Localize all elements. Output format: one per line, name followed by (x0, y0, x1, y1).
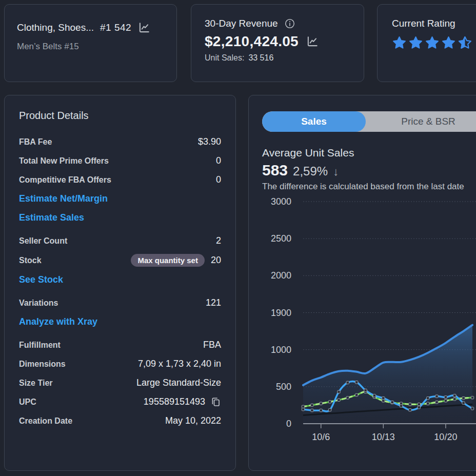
star-icon (408, 35, 423, 50)
sales-chart-panel: Sales Price & BSR Average Unit Sales 583… (248, 95, 476, 471)
variations-row: Variations 121 (19, 297, 221, 309)
svg-text:0: 0 (286, 419, 291, 429)
category-subrank: Men’s Belts #15 (17, 42, 164, 52)
row-value: FBA (203, 340, 221, 350)
svg-text:1900: 1900 (271, 308, 291, 318)
unit-sales-label: Unit Sales: (205, 53, 244, 62)
row-label: UPC (19, 398, 36, 407)
panel-title: Product Details (19, 110, 221, 122)
row-label: Size Tier (19, 379, 53, 388)
row-value: May 10, 2022 (165, 415, 221, 426)
row-label: Fulfillment (19, 341, 61, 350)
revenue-title: 30-Day Revenue (205, 18, 278, 29)
row-value: $3.90 (198, 136, 221, 147)
svg-text:500: 500 (276, 382, 291, 392)
category-rank-card: Clothing, Shoes... #1 542 Men’s Belts #1… (4, 4, 177, 82)
fba-fee-row: FBA Fee $3.90 (19, 136, 221, 148)
revenue-value: $2,210,424.05 (205, 33, 299, 50)
svg-text:10/6: 10/6 (312, 432, 330, 442)
prime-offers-row: Total New Prime Offers 0 (19, 155, 221, 167)
category-rank: #1 542 (100, 22, 131, 33)
fulfillment-row: Fulfillment FBA (19, 339, 221, 351)
row-value: 2 (216, 235, 221, 246)
stock-row: Stock Max quantity set 20 (19, 254, 221, 267)
estimate-net-margin-link[interactable]: Estimate Net/Margin (19, 193, 221, 205)
row-label: Total New Prime Offers (19, 156, 109, 166)
row-label: Dimensions (19, 360, 66, 369)
seller-count-row: Seller Count 2 (19, 235, 221, 247)
row-label: Seller Count (19, 236, 67, 246)
estimate-sales-link[interactable]: Estimate Sales (19, 212, 221, 224)
svg-text:3000: 3000 (271, 196, 291, 207)
see-stock-link[interactable]: See Stock (19, 274, 221, 286)
fees-offers-group: FBA Fee $3.90 Total New Prime Offers 0 C… (19, 136, 221, 224)
category-title: Clothing, Shoes... (17, 22, 94, 33)
size-tier-row: Size Tier Large Standard-Size (19, 377, 221, 389)
row-value: 20 (211, 255, 221, 266)
row-label: Stock (19, 256, 42, 265)
row-value: 0 (216, 174, 221, 185)
svg-text:2500: 2500 (271, 233, 291, 244)
row-label: Creation Date (19, 417, 72, 426)
line-chart-icon[interactable] (306, 35, 319, 48)
star-icon (441, 35, 456, 50)
row-label: Variations (19, 299, 58, 308)
tab-sales[interactable]: Sales (262, 111, 366, 132)
star-icon (458, 35, 472, 50)
row-value: Large Standard-Size (136, 378, 221, 388)
stat-row: 583 2,59% ↓ (262, 162, 339, 179)
creation-date-row: Creation Date May 10, 2022 (19, 415, 221, 427)
svg-text:2000: 2000 (271, 270, 291, 281)
logistics-group: Fulfillment FBA Dimensions 7,09 x 1,73 x… (19, 339, 221, 427)
row-value: 121 (206, 298, 221, 308)
stat-change: 2,59% (293, 164, 328, 179)
variations-group: Variations 121 Analyze with Xray (19, 297, 221, 328)
svg-text:10/20: 10/20 (434, 432, 457, 442)
info-icon[interactable] (284, 18, 295, 29)
down-arrow-icon: ↓ (333, 165, 339, 179)
competitive-offers-row: Competitive FBA Offers 0 (19, 174, 221, 186)
star-icon (425, 35, 440, 50)
unit-sales-value: 33 516 (248, 53, 273, 62)
star-icon (392, 35, 407, 50)
rating-title: Current Rating (392, 18, 455, 29)
tab-price-bsr[interactable]: Price & BSR (366, 111, 476, 132)
seller-stock-group: Seller Count 2 Stock Max quantity set 20… (19, 235, 221, 286)
row-value: 195589151493 (144, 396, 205, 407)
row-value: 7,09 x 1,73 x 2,40 in (138, 359, 221, 369)
chart-heading: Average Unit Sales (262, 147, 354, 159)
dimensions-row: Dimensions 7,09 x 1,73 x 2,40 in (19, 358, 221, 370)
row-value: 0 (216, 155, 221, 166)
star-rating (392, 35, 476, 50)
sales-price-tabs: Sales Price & BSR (262, 111, 476, 132)
row-label: FBA Fee (19, 137, 52, 147)
stat-subtitle: The difference is calculated based from … (262, 182, 476, 192)
revenue-card: 30-Day Revenue $2,210,424.05 Unit Sales:… (191, 4, 364, 82)
upc-row: UPC 195589151493 (19, 396, 221, 408)
copy-icon[interactable] (210, 396, 221, 407)
row-label: Competitive FBA Offers (19, 175, 111, 185)
product-details-panel: Product Details FBA Fee $3.90 Total New … (4, 95, 236, 471)
rating-card: Current Rating (377, 4, 476, 82)
analyze-with-xray-link[interactable]: Analyze with Xray (19, 316, 221, 328)
svg-text:1000: 1000 (271, 345, 291, 355)
sales-line-chart[interactable]: 05001000190020002500300010/610/1310/20 (249, 195, 476, 457)
max-quantity-badge: Max quantity set (131, 254, 205, 267)
svg-text:10/13: 10/13 (372, 432, 395, 442)
line-chart-icon[interactable] (137, 21, 151, 34)
stat-value: 583 (262, 162, 288, 179)
